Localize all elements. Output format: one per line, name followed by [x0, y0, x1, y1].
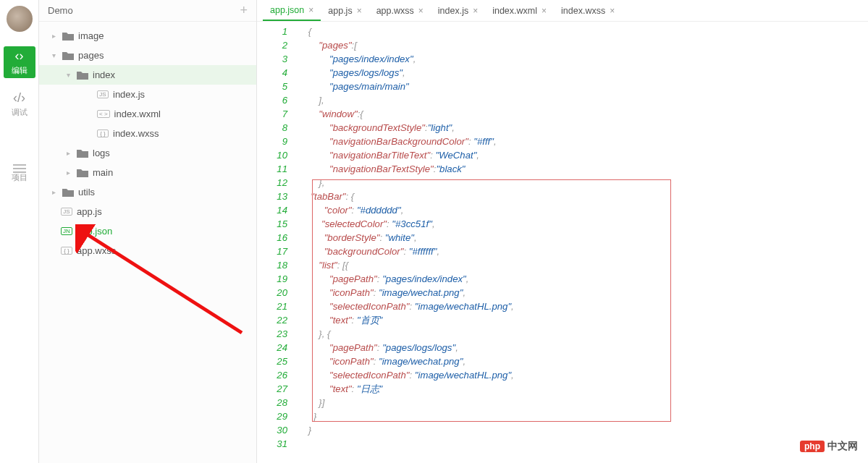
watermark-text: 中文网: [827, 440, 858, 453]
menu-icon: [13, 168, 26, 169]
close-icon[interactable]: ×: [308, 5, 313, 15]
tree-file-index-wxml[interactable]: < >index.wxml: [39, 104, 256, 124]
file-tree: image pages index JSindex.js < >index.wx…: [39, 22, 256, 265]
folder-open-icon: [62, 51, 74, 61]
tree-file-index-js[interactable]: JSindex.js: [39, 85, 256, 104]
tree-folder-index[interactable]: index: [39, 65, 256, 85]
close-icon[interactable]: ×: [357, 6, 362, 16]
folder-icon: [62, 187, 74, 197]
sidebar-header: Demo +: [39, 0, 256, 22]
watermark: php 中文网: [800, 440, 858, 453]
tab-label: app.wxss: [376, 6, 414, 16]
tree-file-app-js[interactable]: JSapp.js: [39, 202, 256, 221]
editor-pane: app.json×app.js×app.wxss×index.js×index.…: [257, 0, 868, 463]
tab-app-js[interactable]: app.js×: [321, 0, 368, 21]
tree-folder-utils[interactable]: utils: [39, 182, 256, 202]
code-icon: ‹›: [15, 48, 24, 64]
watermark-badge: php: [800, 441, 825, 452]
wxml-icon: < >: [97, 110, 110, 118]
tab-app-wxss[interactable]: app.wxss×: [369, 0, 431, 21]
tab-label: index.js: [438, 6, 468, 16]
debug-icon: ‹/›: [13, 90, 25, 106]
left-rail: ‹› 编辑 ‹/› 调试 项目: [0, 0, 39, 463]
avatar[interactable]: [7, 6, 33, 32]
folder-open-icon: [77, 70, 88, 80]
folder-icon: [62, 31, 74, 41]
tab-index-js[interactable]: index.js×: [431, 0, 485, 21]
tab-index-wxss[interactable]: index.wxss×: [554, 0, 622, 21]
rail-edit-button[interactable]: ‹› 编辑: [4, 46, 35, 78]
rail-edit-label: 编辑: [12, 65, 28, 76]
sidebar-title: Demo: [48, 5, 73, 16]
close-icon[interactable]: ×: [473, 6, 478, 16]
js-icon: JS: [61, 208, 72, 216]
code-editor[interactable]: 1234567891011121314151617181920212223242…: [257, 22, 868, 463]
wxss-icon: { }: [97, 129, 109, 137]
folder-icon: [77, 148, 88, 158]
add-icon[interactable]: +: [240, 3, 248, 18]
rail-project-button[interactable]: 项目: [4, 159, 35, 191]
tree-folder-logs[interactable]: logs: [39, 143, 256, 163]
rail-debug-button[interactable]: ‹/› 调试: [4, 88, 35, 120]
json-icon: JN: [61, 227, 72, 235]
close-icon[interactable]: ×: [542, 6, 547, 16]
wxss-icon: { }: [61, 247, 72, 255]
tree-folder-image[interactable]: image: [39, 26, 256, 46]
js-icon: JS: [97, 90, 109, 98]
rail-project-label: 项目: [12, 172, 28, 183]
tab-label: app.js: [328, 6, 352, 16]
tab-label: index.wxml: [492, 6, 537, 16]
tab-label: app.json: [270, 5, 304, 15]
sidebar: Demo + image pages index JSindex.js < >i…: [39, 0, 257, 463]
close-icon[interactable]: ×: [418, 6, 424, 16]
tab-app-json[interactable]: app.json×: [263, 0, 321, 21]
tree-folder-main[interactable]: main: [39, 163, 256, 182]
close-icon[interactable]: ×: [610, 6, 615, 16]
tree-folder-pages[interactable]: pages: [39, 46, 256, 65]
editor-tabs: app.json×app.js×app.wxss×index.js×index.…: [257, 0, 868, 22]
tab-index-wxml[interactable]: index.wxml×: [485, 0, 554, 21]
code-content[interactable]: { "pages":[ "pages/index/index", "pages/…: [298, 25, 868, 463]
tab-label: index.wxss: [561, 6, 605, 16]
tree-file-app-wxss[interactable]: { }app.wxss: [39, 241, 256, 260]
line-gutter: 1234567891011121314151617181920212223242…: [257, 25, 298, 463]
tree-file-index-wxss[interactable]: { }index.wxss: [39, 124, 256, 143]
rail-debug-label: 调试: [12, 107, 28, 118]
tree-file-app-json[interactable]: JNapp.json: [39, 221, 256, 241]
folder-icon: [77, 168, 88, 178]
